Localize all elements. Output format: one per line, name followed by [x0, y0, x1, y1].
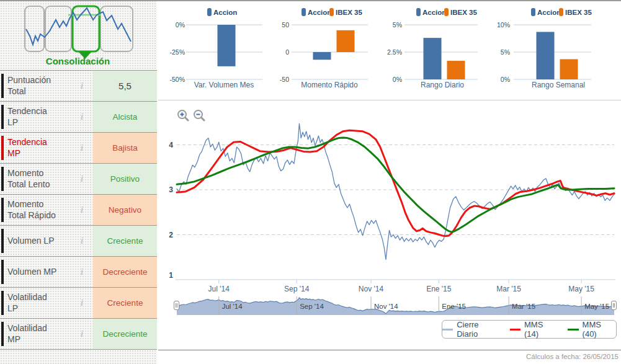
mini-legend-marker[interactable] [302, 8, 306, 16]
mini-legend-label[interactable]: IBEX 35 [336, 9, 362, 16]
indicator-label: Volatilidad LP [7, 288, 57, 318]
mini-legend-label[interactable]: IBEX 35 [450, 9, 477, 16]
navigator-x-label: Nov '14 [374, 303, 398, 310]
mini-ytick-label: 2.5% [387, 48, 402, 56]
x-axis-label: May '15 [568, 285, 594, 293]
bar-Accion[interactable] [313, 52, 331, 60]
mini-ytick-label: 0% [393, 76, 402, 83]
mini-legend-label[interactable]: Accion [537, 9, 561, 16]
indicator-row: Momento Total Lento i Positivo [0, 163, 157, 194]
indicator-label: Volatilidad MP [7, 319, 57, 349]
indicator-label: Tendencia MP [7, 133, 57, 163]
indicator-row: Volatilidad MP i Decreciente [0, 318, 157, 349]
x-axis-label: Mar '15 [496, 285, 521, 293]
legend-label: MMS (14) [524, 320, 558, 339]
indicator-value: Decreciente [93, 257, 157, 287]
legend-label: Cierre Diario [457, 320, 500, 339]
row-accent-bar [1, 229, 4, 253]
bar-IBEX 35[interactable] [560, 59, 578, 79]
mini-legend-label[interactable]: Accion [422, 9, 446, 16]
pattern-state-2[interactable] [45, 6, 71, 51]
indicator-row: Tendencia LP i Alcista [0, 101, 157, 132]
pattern-state-4[interactable] [101, 6, 133, 51]
calculation-date: Cálculos a fecha: 26/05/2015 [526, 353, 619, 360]
mini-ytick-label: 50 [282, 21, 289, 29]
navigator-x-label: Jul '14 [222, 303, 243, 310]
bar-Accion[interactable] [537, 32, 555, 79]
info-icon[interactable]: i [77, 133, 87, 163]
y-axis-label: 4 [169, 141, 173, 149]
indicator-value: Positivo [93, 164, 157, 194]
indicator-panel: Consolidación Puntuación Total i 5,5 Ten… [0, 0, 157, 364]
series-line-MMS (14) [177, 130, 614, 236]
legend-item-cierre-diario[interactable]: Cierre Diario [442, 320, 500, 339]
indicator-label: Puntuación Total [7, 71, 57, 101]
mini-legend-label[interactable]: Accion [308, 9, 331, 16]
indicator-row: Volumen LP i Creciente [0, 225, 157, 256]
indicator-value: Alcista [93, 102, 157, 132]
mini-ytick-label: -25% [169, 48, 185, 56]
x-axis-label: Ene '15 [426, 285, 452, 293]
x-axis-label: Nov '14 [359, 285, 384, 293]
navigator-handle-left[interactable] [174, 301, 179, 310]
cierre-diario-swatch [442, 329, 453, 331]
pattern-state-selector [17, 4, 138, 63]
bar-IBEX 35[interactable] [337, 30, 355, 52]
mms14-swatch [510, 329, 520, 331]
legend-item-mms40[interactable]: MMS (40) [568, 320, 616, 339]
info-icon[interactable]: i [77, 226, 87, 256]
bar-IBEX 35[interactable] [447, 61, 465, 79]
mini-chart-title: Var. Volumen Mes [194, 81, 254, 89]
mini-legend-label[interactable]: Accion [213, 9, 237, 16]
mini-ytick-label: -50 [280, 76, 289, 83]
info-icon[interactable]: i [77, 102, 87, 132]
mini-chart-title: Rango Diario [421, 81, 464, 89]
info-icon[interactable]: i [77, 164, 87, 194]
indicator-label: Momento Total Lento [7, 164, 57, 194]
mini-legend-marker[interactable] [559, 8, 563, 16]
legend-label: MMS (40) [583, 320, 616, 339]
mini-legend-marker[interactable] [531, 8, 535, 16]
indicator-label: Volumen MP [7, 257, 57, 287]
y-axis-label: 1 [169, 271, 173, 280]
y-axis-label: 3 [169, 185, 173, 194]
mini-chart-title: Rango Semanal [532, 81, 585, 89]
zoom-in-icon[interactable] [177, 109, 189, 122]
mini-ytick-label: 5% [393, 21, 402, 29]
info-icon[interactable]: i [77, 257, 87, 287]
info-icon[interactable]: i [77, 319, 87, 349]
mini-legend-marker[interactable] [207, 8, 212, 16]
legend-item-mms14[interactable]: MMS (14) [510, 320, 558, 339]
mini-ytick-label: -50% [169, 76, 185, 83]
pattern-state-3-selected[interactable] [73, 6, 99, 51]
navigator-handle-right[interactable] [611, 301, 617, 310]
indicator-row: Volumen MP i Decreciente [0, 256, 157, 287]
indicator-value: 5,5 [93, 71, 157, 101]
indicator-label: Volumen LP [7, 226, 57, 256]
row-accent-bar [1, 291, 4, 315]
zoom-out-icon[interactable] [193, 109, 205, 122]
row-accent-bar [1, 105, 4, 129]
pattern-state-1[interactable] [25, 6, 44, 51]
indicator-row: Volatilidad LP i Creciente [0, 287, 157, 318]
bar-Accion[interactable] [218, 25, 236, 66]
mini-legend-marker[interactable] [329, 8, 334, 16]
row-accent-bar [1, 198, 4, 222]
y-axis-label: 2 [169, 231, 173, 239]
bar-Accion[interactable] [424, 38, 442, 79]
mini-ytick-label: 0 [285, 48, 289, 56]
mini-legend-marker[interactable] [444, 8, 449, 16]
indicator-value: Negativo [93, 195, 157, 225]
indicator-value: Decreciente [93, 319, 157, 349]
mini-legend-marker[interactable] [416, 8, 421, 16]
row-accent-bar [1, 260, 4, 284]
mini-legend-label[interactable]: IBEX 35 [565, 9, 592, 16]
navigator-x-label: Sep '14 [300, 303, 324, 310]
mms40-swatch [568, 329, 578, 331]
indicator-row: Momento Total Rápido i Negativo [0, 194, 157, 225]
info-icon[interactable]: i [77, 71, 87, 101]
info-icon[interactable]: i [77, 195, 87, 225]
mini-chart-title: Momento Rápido [301, 81, 358, 89]
info-icon[interactable]: i [77, 288, 87, 318]
mini-ytick-label: 10% [497, 21, 510, 29]
